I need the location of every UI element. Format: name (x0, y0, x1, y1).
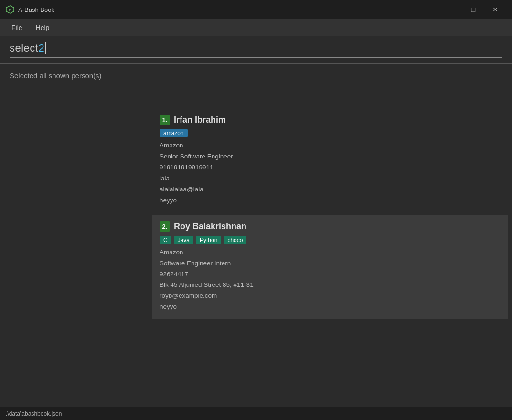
person-role-1: Senior Software Engineer (160, 151, 501, 162)
person-company-1: Amazon (160, 140, 501, 151)
person-email-2: royb@example.com (160, 291, 501, 302)
title-bar-left: B A-Bash Book (6, 5, 54, 14)
tag-choco-2: choco (224, 236, 246, 244)
person-name-2: Roy Balakrishnan (174, 221, 246, 231)
close-button[interactable]: ✕ (484, 2, 506, 17)
tag-java-2: Java (174, 236, 193, 244)
command-prefix: select (10, 42, 38, 54)
menu-bar: File Help (0, 19, 512, 36)
status-area: Selected all shown person(s) (0, 64, 512, 102)
persons-panel[interactable]: 1.Irfan IbrahimamazonAmazonSenior Softwa… (148, 102, 512, 407)
command-value: 2 (38, 42, 44, 54)
file-path: .\data\abashbook.json (6, 410, 62, 417)
svg-text:B: B (9, 8, 11, 12)
title-bar-controls: ─ □ ✕ (440, 2, 506, 17)
person-role-2: Software Engineer Intern (160, 258, 501, 269)
person-header-1: 1.Irfan Ibrahim (160, 115, 501, 125)
command-cursor (45, 42, 46, 54)
person-phone-2: 92624417 (160, 269, 501, 280)
command-area: select 2 (0, 36, 512, 64)
app-icon: B (6, 5, 14, 14)
tag-python-2: Python (196, 236, 221, 244)
person-address-1: lala (160, 173, 501, 184)
left-panel (0, 102, 148, 407)
person-number-badge-1: 1. (160, 115, 170, 125)
person-header-2: 2.Roy Balakrishnan (160, 221, 501, 232)
tag-c-2: C (160, 236, 171, 244)
person-email-1: alalalalaa@lala (160, 184, 501, 195)
tag-amazon-1: amazon (160, 129, 188, 137)
person-name-1: Irfan Ibrahim (174, 115, 226, 125)
status-message: Selected all shown person(s) (10, 72, 102, 80)
person-company-2: Amazon (160, 247, 501, 258)
minimize-button[interactable]: ─ (440, 2, 462, 17)
menu-file[interactable]: File (6, 22, 28, 33)
person-number-badge-2: 2. (160, 221, 170, 232)
content-area: 1.Irfan IbrahimamazonAmazonSenior Softwa… (0, 102, 512, 407)
title-bar: B A-Bash Book ─ □ ✕ (0, 0, 512, 19)
app-title: A-Bash Book (18, 6, 54, 13)
person-card-2[interactable]: 2.Roy BalakrishnanCJavaPythonchocoAmazon… (152, 215, 508, 320)
maximize-button[interactable]: □ (462, 2, 484, 17)
person-phone-1: 919191919919911 (160, 162, 501, 173)
person-address-2: Blk 45 Aljunied Street 85, #11-31 (160, 280, 501, 291)
status-bar: .\data\abashbook.json (0, 407, 512, 420)
menu-help[interactable]: Help (30, 22, 55, 33)
person-card-1[interactable]: 1.Irfan IbrahimamazonAmazonSenior Softwa… (152, 108, 508, 213)
tags-row-1: amazon (160, 129, 501, 137)
person-remark-1: heyyo (160, 195, 501, 206)
tags-row-2: CJavaPythonchoco (160, 236, 501, 244)
person-remark-2: heyyo (160, 302, 501, 313)
